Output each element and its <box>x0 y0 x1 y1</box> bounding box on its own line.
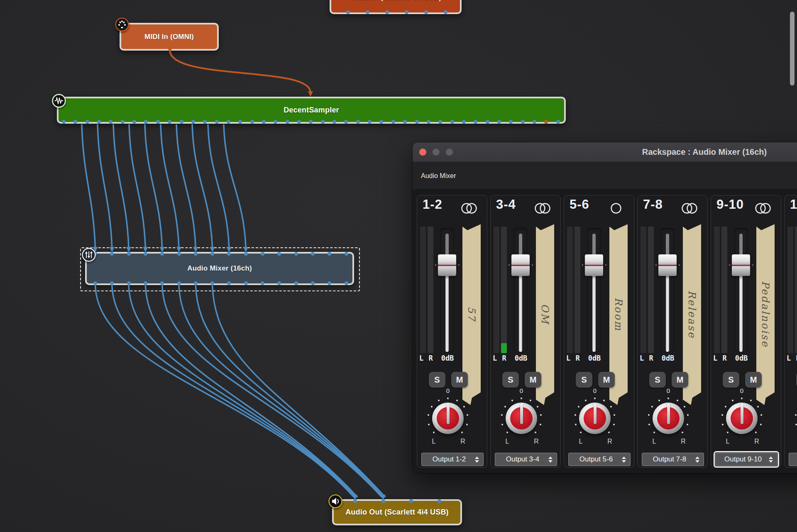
output-selector[interactable]: Output 5-6 <box>568 453 631 466</box>
connection-port[interactable] <box>168 120 171 124</box>
connection-port[interactable] <box>286 120 289 124</box>
output-selector[interactable]: Output 11 <box>789 453 797 466</box>
solo-button[interactable]: S <box>429 372 445 388</box>
connection-port[interactable] <box>203 120 207 124</box>
fader-handle[interactable] <box>511 254 530 276</box>
pan-knob[interactable] <box>726 403 758 434</box>
connection-port[interactable] <box>391 120 395 124</box>
connection-port[interactable] <box>294 281 298 285</box>
connection-port[interactable] <box>385 10 389 14</box>
connection-port[interactable] <box>191 120 195 124</box>
connection-port[interactable] <box>180 120 183 124</box>
connection-port[interactable] <box>345 252 348 256</box>
mute-button[interactable]: M <box>451 372 468 388</box>
connection-port[interactable] <box>311 252 315 256</box>
connection-port[interactable] <box>277 281 281 285</box>
connection-port[interactable] <box>521 120 525 124</box>
connection-port[interactable] <box>121 120 125 124</box>
connection-port[interactable] <box>409 499 413 503</box>
connection-port[interactable] <box>261 252 264 256</box>
connection-port[interactable] <box>345 281 348 285</box>
wiring-canvas[interactable]: Audio In (Scarlett 4i4 USB) MIDI In (OMN… <box>0 0 797 532</box>
connection-port[interactable] <box>438 120 442 124</box>
solo-button[interactable]: S <box>502 372 519 388</box>
mute-button[interactable]: M <box>525 372 541 388</box>
connection-port[interactable] <box>127 281 131 285</box>
connection-port[interactable] <box>238 120 242 124</box>
audio-out-node[interactable]: Audio Out (Scarlett 4i4 USB) <box>332 499 462 525</box>
connection-port[interactable] <box>132 120 136 124</box>
connection-port[interactable] <box>381 499 385 503</box>
audio-in-node[interactable]: Audio In (Scarlett 4i4 USB) <box>330 0 462 14</box>
connection-port[interactable] <box>177 252 181 256</box>
output-selector[interactable]: Output 1-2 <box>421 453 484 466</box>
connection-port[interactable] <box>250 120 254 124</box>
connection-port[interactable] <box>62 120 66 124</box>
connection-port[interactable] <box>294 252 298 256</box>
connection-port[interactable] <box>344 120 348 124</box>
connection-port[interactable] <box>73 120 77 124</box>
connection-port[interactable] <box>244 281 248 285</box>
connection-port[interactable] <box>262 120 266 124</box>
connection-port[interactable] <box>438 499 441 503</box>
connection-port[interactable] <box>93 281 97 285</box>
connection-port[interactable] <box>168 47 172 51</box>
connection-port[interactable] <box>379 120 383 124</box>
solo-button[interactable]: S <box>723 372 739 388</box>
fader-handle[interactable] <box>732 254 750 276</box>
vertical-scrollbar[interactable] <box>790 12 795 85</box>
connection-port[interactable] <box>144 252 147 256</box>
pan-knob[interactable] <box>653 403 684 434</box>
connection-port[interactable] <box>244 252 248 256</box>
connection-port[interactable] <box>215 120 219 124</box>
connection-port[interactable] <box>210 281 214 285</box>
connection-port[interactable] <box>144 281 147 285</box>
fader-handle[interactable] <box>438 254 456 276</box>
connection-port[interactable] <box>405 10 408 14</box>
window-titlebar[interactable]: Rackspace : Audio Mixer (16ch) <box>413 142 797 162</box>
connection-port[interactable] <box>97 120 101 124</box>
connection-port[interactable] <box>497 120 501 124</box>
connection-port[interactable] <box>462 120 466 124</box>
fader-handle[interactable] <box>585 254 603 276</box>
audio-mixer-node[interactable]: Audio Mixer (16ch) <box>85 252 354 285</box>
output-selector[interactable]: Output 3-4 <box>495 453 557 466</box>
fader-handle[interactable] <box>658 254 677 276</box>
connection-port[interactable] <box>156 120 160 124</box>
connection-port[interactable] <box>403 120 407 124</box>
mute-button[interactable]: M <box>745 372 762 388</box>
connection-port[interactable] <box>444 10 447 14</box>
mute-button[interactable]: M <box>598 372 615 388</box>
pan-knob[interactable] <box>432 403 464 434</box>
connection-port[interactable] <box>544 120 548 124</box>
connection-port[interactable] <box>160 252 164 256</box>
connection-port[interactable] <box>321 120 325 124</box>
midi-in-node[interactable]: MIDI In (OMNI) <box>120 23 219 51</box>
connection-port[interactable] <box>210 252 214 256</box>
connection-port[interactable] <box>346 10 350 14</box>
connection-port[interactable] <box>415 120 419 124</box>
output-selector[interactable]: Output 9-10 <box>715 453 777 466</box>
connection-port[interactable] <box>86 120 89 124</box>
connection-port[interactable] <box>194 281 198 285</box>
pan-knob[interactable] <box>506 403 537 434</box>
solo-button[interactable]: S <box>649 372 666 388</box>
connection-port[interactable] <box>160 281 164 285</box>
connection-port[interactable] <box>509 120 513 124</box>
connection-port[interactable] <box>424 10 428 14</box>
connection-port[interactable] <box>311 281 315 285</box>
connection-port[interactable] <box>309 120 313 124</box>
mute-button[interactable]: M <box>672 372 688 388</box>
solo-button[interactable]: S <box>576 372 592 388</box>
connection-port[interactable] <box>474 120 477 124</box>
decent-sampler-node[interactable]: DecentSampler <box>57 97 566 124</box>
connection-port[interactable] <box>556 120 560 124</box>
connection-port[interactable] <box>261 281 264 285</box>
connection-port[interactable] <box>297 120 301 124</box>
connection-port[interactable] <box>177 281 181 285</box>
connection-port[interactable] <box>427 120 430 124</box>
connection-port[interactable] <box>328 281 331 285</box>
connection-port[interactable] <box>109 120 112 124</box>
connection-port[interactable] <box>277 252 281 256</box>
connection-port[interactable] <box>328 252 331 256</box>
